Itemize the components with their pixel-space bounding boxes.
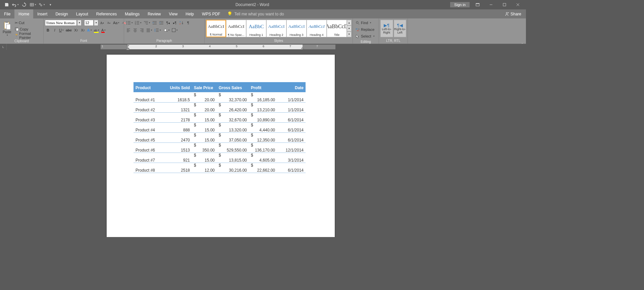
cell-product[interactable]: Product #5 xyxy=(133,133,166,143)
cell-profit[interactable]: $10,890.00 xyxy=(249,113,277,123)
tab-insert[interactable]: Insert xyxy=(33,9,51,18)
style-heading1[interactable]: AaBbCHeading 1 xyxy=(246,20,266,37)
cell-price[interactable]: $20.00 xyxy=(192,93,217,103)
increase-indent-button[interactable] xyxy=(158,20,164,26)
ribbon-display-options-button[interactable] xyxy=(472,1,483,9)
bullets-button[interactable]: ▾ xyxy=(125,20,133,26)
justify-button[interactable]: ▾ xyxy=(146,27,153,33)
cell-gross[interactable]: $32,670.00 xyxy=(217,113,249,123)
highlight-button[interactable]: ab▾ xyxy=(93,27,100,33)
borders-button[interactable]: ▾ xyxy=(171,27,178,33)
table-row[interactable]: Product #61513$350.00$529,550.00$136,170… xyxy=(133,143,306,153)
rtl-button[interactable]: ¶◀Right-to-Left xyxy=(394,20,407,37)
tab-review[interactable]: Review xyxy=(144,9,165,18)
tab-references[interactable]: References xyxy=(92,9,121,18)
replace-button[interactable]: abacReplace xyxy=(354,26,376,33)
styles-expand[interactable]: ▾ xyxy=(347,32,352,37)
tab-selector[interactable]: L xyxy=(0,44,7,50)
ltr-direction-button[interactable]: ¶◂ xyxy=(165,20,171,26)
rtl-direction-button[interactable]: ▸¶ xyxy=(172,20,178,26)
cell-date[interactable]: 1/1/2014 xyxy=(277,93,306,103)
font-name-combo[interactable]: Times New Roman xyxy=(45,20,77,26)
tab-help[interactable]: Help xyxy=(181,9,198,18)
horizontal-ruler[interactable]: L 1 2 3 4 5 6 7 7 xyxy=(0,44,526,50)
cell-gross[interactable]: $13,815.00 xyxy=(217,153,249,163)
styles-scroll-down[interactable]: ▾ xyxy=(347,25,352,31)
cut-button[interactable]: ✂ Cut xyxy=(13,20,42,26)
font-color-button[interactable]: A▾ xyxy=(101,27,107,33)
bold-button[interactable]: B xyxy=(45,27,51,33)
cell-date[interactable]: 6/1/2014 xyxy=(277,133,306,143)
show-marks-button[interactable]: ¶ xyxy=(185,20,191,26)
cell-gross[interactable]: $30,216.00 xyxy=(217,163,249,173)
undo-button[interactable]: ▾ xyxy=(11,1,19,9)
cell-units[interactable]: 1513 xyxy=(166,143,192,153)
cell-date[interactable]: 1/1/2014 xyxy=(277,103,306,113)
cell-product[interactable]: Product #6 xyxy=(133,143,166,153)
cell-date[interactable]: 6/1/2014 xyxy=(277,113,306,123)
cell-date[interactable]: 6/1/2014 xyxy=(277,163,306,173)
multilevel-list-button[interactable]: ▾ xyxy=(143,20,151,26)
table-row[interactable]: Product #21321$20.00$26,420.00$13,210.00… xyxy=(133,103,306,113)
table-row[interactable]: Product #32178$15.00$32,670.00$10,890.00… xyxy=(133,113,306,123)
tab-mailings[interactable]: Mailings xyxy=(121,9,144,18)
cell-product[interactable]: Product #8 xyxy=(133,163,166,173)
line-spacing-button[interactable]: ▾ xyxy=(154,27,162,33)
style-heading2[interactable]: AaBbCcIHeading 2 xyxy=(266,20,286,37)
tellme-search[interactable]: 💡 Tell me what you want to do xyxy=(227,9,284,18)
data-table[interactable]: Product Units Sold Sale Price Gross Sale… xyxy=(133,82,306,173)
cell-price[interactable]: $20.00 xyxy=(192,103,217,113)
cell-product[interactable]: Product #2 xyxy=(133,103,166,113)
style-normal[interactable]: AaBbCcI¶ Normal xyxy=(206,20,226,37)
numbering-button[interactable]: 123▾ xyxy=(134,20,142,26)
format-painter-button[interactable]: Format Painter xyxy=(13,33,42,39)
document-area[interactable]: 1 1 2 3 4 Product Units Sold Sale Price … xyxy=(7,50,521,237)
align-left-button[interactable] xyxy=(125,27,131,33)
tab-home[interactable]: Home xyxy=(14,9,33,18)
cell-price[interactable]: $15.00 xyxy=(192,123,217,133)
cell-price[interactable]: $15.00 xyxy=(192,113,217,123)
cell-price[interactable]: $15.00 xyxy=(192,153,217,163)
table-row[interactable]: Product #52470$15.00$37,050.00$12,350.00… xyxy=(133,133,306,143)
shrink-font-button[interactable]: A▾ xyxy=(106,20,112,26)
cell-product[interactable]: Product #1 xyxy=(133,93,166,103)
cell-units[interactable]: 888 xyxy=(166,123,192,133)
redo-button[interactable] xyxy=(20,1,28,9)
document-page[interactable]: Product Units Sold Sale Price Gross Sale… xyxy=(107,55,335,237)
qat-customize-button[interactable]: ▾ xyxy=(46,1,54,9)
table-row[interactable]: Product #11618.5$20.00$32,370.00$16,185.… xyxy=(133,93,306,103)
font-name-dropdown[interactable]: ▾ xyxy=(77,20,82,26)
cell-profit[interactable]: $4,440.00 xyxy=(249,123,277,133)
decrease-indent-button[interactable] xyxy=(152,20,158,26)
table-header-gross[interactable]: Gross Sales xyxy=(217,82,249,93)
text-effects-button[interactable]: A▾ xyxy=(87,27,93,33)
cell-profit[interactable]: $12,350.00 xyxy=(249,133,277,143)
subscript-button[interactable]: X2 xyxy=(73,27,79,33)
cell-gross[interactable]: $529,550.00 xyxy=(217,143,249,153)
style-heading3[interactable]: AaBbCcIHeading 3 xyxy=(286,20,307,37)
minimize-button[interactable] xyxy=(486,1,496,9)
align-right-button[interactable] xyxy=(139,27,145,33)
cell-units[interactable]: 1618.5 xyxy=(166,93,192,103)
table-header-date[interactable]: Date xyxy=(277,82,306,93)
cell-units[interactable]: 2518 xyxy=(166,163,192,173)
touch-mode-button[interactable]: ▾ xyxy=(38,1,46,9)
cell-profit[interactable]: $4,605.00 xyxy=(249,153,277,163)
table-header-price[interactable]: Sale Price xyxy=(192,82,217,93)
style-title[interactable]: AaBbCcDTitle xyxy=(327,20,347,37)
tab-view[interactable]: View xyxy=(165,9,182,18)
maximize-button[interactable] xyxy=(499,1,510,9)
underline-button[interactable]: U▾ xyxy=(58,27,64,33)
cell-product[interactable]: Product #4 xyxy=(133,123,166,133)
align-center-button[interactable] xyxy=(132,27,138,33)
cell-gross[interactable]: $37,050.00 xyxy=(217,133,249,143)
find-button[interactable]: Find▾ xyxy=(354,20,373,26)
paste-button[interactable]: Paste ▾ xyxy=(1,19,13,38)
signin-button[interactable]: Sign in xyxy=(450,2,470,7)
font-size-combo[interactable]: 12 xyxy=(84,20,94,26)
cell-gross[interactable]: $26,420.00 xyxy=(217,103,249,113)
tab-design[interactable]: Design xyxy=(51,9,72,18)
tab-layout[interactable]: Layout xyxy=(72,9,92,18)
save-button[interactable] xyxy=(3,1,11,9)
cell-profit[interactable]: $22,662.00 xyxy=(249,163,277,173)
